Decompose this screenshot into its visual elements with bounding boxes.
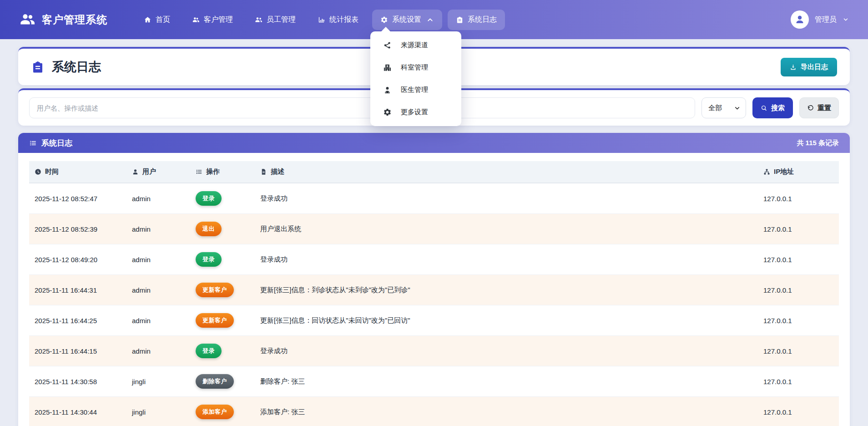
nav-menu: 首页 客户管理 员工管理 统计报表 系统设置 系统日志 [136,10,505,30]
log-action: 更新客户 [190,305,255,336]
log-time: 2025-11-11 14:30:58 [29,366,126,397]
log-description: 删除客户: 张三 [255,366,758,397]
users-logo-icon [19,11,35,28]
dropdown-item-source-channels[interactable]: 来源渠道 [370,34,461,56]
log-description: 登录成功 [255,244,758,275]
log-ip: 127.0.0.1 [758,366,839,397]
list-icon [29,139,37,147]
log-ip: 127.0.0.1 [758,275,839,305]
caret-up-icon [426,16,434,24]
log-user: admin [126,275,190,305]
column-action: 操作 [190,161,255,183]
chevron-down-icon [734,105,740,111]
action-badge: 更新客户 [196,313,234,328]
log-ip: 127.0.0.1 [758,336,839,366]
table-row: 2025-11-11 16:44:15 admin 登录 登录成功 127.0.… [29,336,839,366]
nav-item-reports[interactable]: 统计报表 [309,10,367,30]
action-badge: 退出 [196,222,222,236]
log-table-card: 系统日志 共 115 条记录 时间 用户 [18,133,850,426]
log-description: 更新[张三]信息：到诊状态从"未到诊"改为"已到诊" [255,275,758,305]
reset-button[interactable]: 重置 [799,97,839,118]
network-icon [763,168,770,175]
log-user: jingli [126,366,190,397]
column-description: 描述 [255,161,758,183]
log-action: 更新客户 [190,275,255,305]
column-ip: IP地址 [758,161,839,183]
action-filter-select[interactable]: 全部 [701,97,746,118]
avatar [791,10,809,29]
share-icon [383,41,392,50]
log-user: admin [126,305,190,336]
log-ip: 127.0.0.1 [758,244,839,275]
action-badge: 登录 [196,191,222,206]
chevron-down-icon [843,16,849,23]
search-input[interactable] [29,97,695,118]
nav-item-system-logs[interactable]: 系统日志 [448,10,505,30]
table-row: 2025-11-11 14:30:44 jingli 添加客户 添加客户: 张三… [29,397,839,426]
log-table-header: 系统日志 共 115 条记录 [18,133,850,153]
log-user: admin [126,244,190,275]
chart-bar-icon [318,16,325,24]
hospital-icon [383,63,392,72]
nav-item-settings[interactable]: 系统设置 [372,10,442,30]
gear-icon [383,108,392,117]
log-description: 登录成功 [255,336,758,366]
table-row: 2025-11-11 16:44:31 admin 更新客户 更新[张三]信息：… [29,275,839,305]
log-user: admin [126,183,190,214]
log-table-body: 2025-11-12 08:52:47 admin 登录 登录成功 127.0.… [29,183,839,426]
gear-icon [380,16,388,24]
log-action: 登录 [190,183,255,214]
tasks-icon [196,168,202,175]
log-description: 用户退出系统 [255,214,758,244]
action-badge: 删除客户 [196,374,234,389]
nav-item-customers[interactable]: 客户管理 [184,10,241,30]
search-button[interactable]: 搜索 [752,97,793,118]
log-description: 添加客户: 张三 [255,397,758,426]
table-row: 2025-11-12 08:49:20 admin 登录 登录成功 127.0.… [29,244,839,275]
nav-item-home[interactable]: 首页 [136,10,178,30]
nav-item-employees[interactable]: 员工管理 [247,10,304,30]
clock-icon [35,168,41,175]
log-time: 2025-11-11 14:30:44 [29,397,126,426]
table-row: 2025-11-11 14:30:58 jingli 删除客户 删除客户: 张三… [29,366,839,397]
log-description: 更新[张三]信息：回访状态从"未回访"改为"已回访" [255,305,758,336]
log-time: 2025-11-11 16:44:25 [29,305,126,336]
table-header-row: 时间 用户 操作 描述 IP地址 [29,161,839,183]
table-title: 系统日志 [41,138,72,148]
settings-dropdown-menu: 来源渠道 科室管理 医生管理 更多设置 [370,31,461,126]
column-user: 用户 [126,161,190,183]
log-table: 时间 用户 操作 描述 IP地址 [29,161,839,426]
log-time: 2025-11-12 08:49:20 [29,244,126,275]
log-user: admin [126,214,190,244]
log-time: 2025-11-12 08:52:39 [29,214,126,244]
dropdown-item-departments[interactable]: 科室管理 [370,56,461,79]
clipboard-title-icon [31,60,45,74]
dropdown-item-more-settings[interactable]: 更多设置 [370,101,461,123]
action-badge: 更新客户 [196,283,234,297]
log-ip: 127.0.0.1 [758,214,839,244]
dropdown-item-doctors[interactable]: 医生管理 [370,79,461,101]
file-icon [260,168,267,175]
log-action: 登录 [190,336,255,366]
user-icon [132,168,139,175]
log-action: 删除客户 [190,366,255,397]
user-avatar-icon [794,14,806,25]
clipboard-icon [456,16,464,24]
log-action: 退出 [190,214,255,244]
table-row: 2025-11-11 16:44:25 admin 更新客户 更新[张三]信息：… [29,305,839,336]
action-badge: 登录 [196,252,222,267]
log-ip: 127.0.0.1 [758,397,839,426]
table-row: 2025-11-12 08:52:39 admin 退出 用户退出系统 127.… [29,214,839,244]
log-time: 2025-11-11 16:44:15 [29,336,126,366]
user-menu[interactable]: 管理员 [791,10,849,29]
log-user: admin [126,336,190,366]
log-action: 登录 [190,244,255,275]
app-brand: 客户管理系统 [19,11,107,28]
doctor-icon [383,86,392,94]
export-logs-button[interactable]: 导出日志 [781,58,837,76]
app-title: 客户管理系统 [42,13,107,27]
log-ip: 127.0.0.1 [758,183,839,214]
column-time: 时间 [29,161,126,183]
action-badge: 登录 [196,344,222,358]
page-title: 系统日志 [52,59,101,75]
